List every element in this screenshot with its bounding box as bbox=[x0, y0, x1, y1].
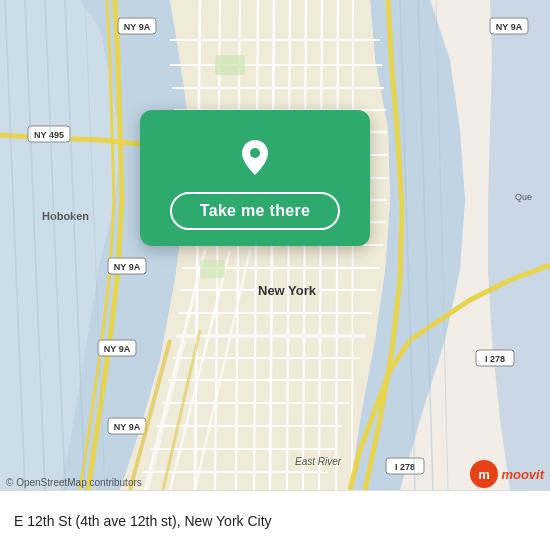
svg-rect-69 bbox=[215, 55, 245, 75]
location-label: E 12th St (4th ave 12th st), New York Ci… bbox=[14, 513, 272, 529]
svg-text:NY 9A: NY 9A bbox=[124, 22, 151, 32]
location-pin-icon bbox=[228, 128, 282, 182]
svg-text:NY 9A: NY 9A bbox=[104, 344, 131, 354]
svg-text:I 278: I 278 bbox=[395, 462, 415, 472]
bottom-bar: E 12th St (4th ave 12th st), New York Ci… bbox=[0, 490, 550, 550]
svg-rect-70 bbox=[200, 260, 225, 278]
map-attribution: © OpenStreetMap contributors bbox=[6, 477, 142, 488]
map-container: Hoboken New York NY 9A NY 495 NY 9A NY 9… bbox=[0, 0, 550, 490]
svg-text:NY 9A: NY 9A bbox=[114, 422, 141, 432]
attribution-text: © OpenStreetMap contributors bbox=[6, 477, 142, 488]
svg-point-72 bbox=[250, 148, 260, 158]
svg-text:NY 495: NY 495 bbox=[34, 130, 64, 140]
svg-text:New York: New York bbox=[258, 283, 317, 298]
moovit-text: moovit bbox=[501, 467, 544, 482]
hoboken-label: Hoboken bbox=[42, 210, 89, 222]
svg-text:NY 9A: NY 9A bbox=[114, 262, 141, 272]
svg-text:East River: East River bbox=[295, 456, 342, 467]
svg-text:Que: Que bbox=[515, 192, 532, 202]
svg-text:NY 9A: NY 9A bbox=[496, 22, 523, 32]
navigation-card: Take me there bbox=[140, 110, 370, 246]
svg-text:m: m bbox=[479, 467, 491, 482]
moovit-logo: m moovit bbox=[470, 460, 544, 488]
moovit-icon: m bbox=[470, 460, 498, 488]
svg-text:I 278: I 278 bbox=[485, 354, 505, 364]
take-me-there-button[interactable]: Take me there bbox=[170, 192, 340, 230]
